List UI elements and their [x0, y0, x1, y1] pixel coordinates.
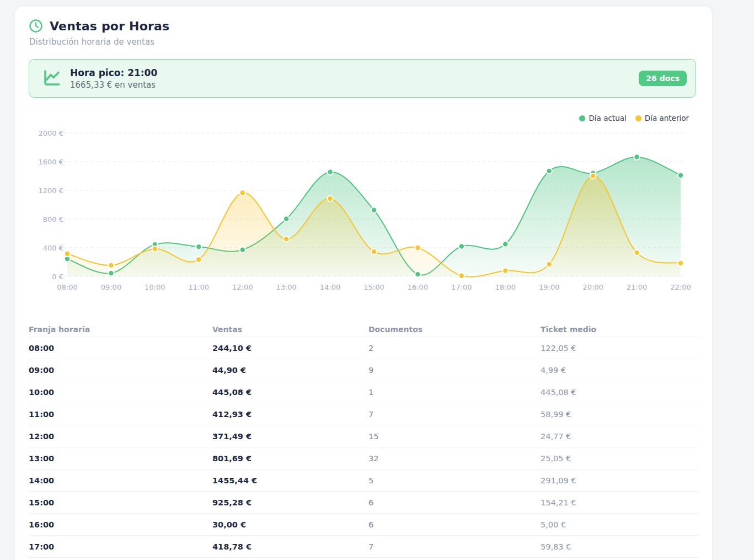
data-point-dia-actual-14:00[interactable] [327, 169, 333, 175]
cell-docs: 7 [368, 542, 541, 551]
cell-hora: 16:00 [29, 520, 212, 529]
cell-hora: 17:00 [29, 542, 212, 551]
data-point-dia-anterior-08:00[interactable] [65, 251, 70, 257]
cell-docs: 32 [368, 454, 541, 463]
data-point-dia-anterior-19:00[interactable] [547, 262, 552, 267]
x-axis-tick-label: 19:00 [539, 283, 559, 291]
table-row: 10:00445,08 €1445,08 € [29, 381, 698, 403]
cell-hora: 11:00 [29, 410, 212, 419]
data-point-dia-anterior-18:00[interactable] [502, 268, 508, 273]
cell-ticket: 291,09 € [541, 476, 698, 485]
legend-dot [579, 115, 585, 121]
line-chart-icon [41, 68, 62, 89]
data-point-dia-actual-18:00[interactable] [502, 241, 508, 247]
data-point-dia-anterior-09:00[interactable] [108, 263, 114, 268]
cell-ventas: 801,69 € [212, 454, 368, 463]
table-row: 16:0030,00 €65,00 € [29, 514, 698, 536]
data-point-dia-actual-12:00[interactable] [240, 247, 245, 253]
data-point-dia-anterior-12:00[interactable] [240, 190, 245, 195]
data-point-dia-actual-09:00[interactable] [108, 270, 114, 276]
peak-hour-sales: 1665,33 € en ventas [70, 80, 639, 90]
data-point-dia-actual-19:00[interactable] [547, 168, 552, 174]
clock-icon [29, 19, 43, 33]
data-point-dia-actual-22:00[interactable] [678, 173, 683, 178]
cell-ticket: 58,99 € [541, 410, 698, 419]
data-point-dia-actual-17:00[interactable] [459, 243, 464, 249]
x-axis-tick-label: 15:00 [363, 283, 384, 291]
table-row: 14:001455,44 €5291,09 € [29, 470, 698, 492]
x-axis-tick-label: 13:00 [276, 283, 296, 291]
col-header-documentos: Documentos [368, 325, 541, 334]
data-point-dia-anterior-21:00[interactable] [634, 250, 639, 255]
cell-ticket: 122,05 € [541, 344, 698, 353]
legend-item-dia-anterior[interactable]: Día anterior [635, 114, 689, 122]
y-axis-tick-label: 400 € [43, 244, 63, 252]
x-axis-tick-label: 18:00 [495, 283, 516, 291]
cell-ticket: 59,83 € [541, 542, 698, 551]
data-point-dia-anterior-16:00[interactable] [415, 245, 420, 250]
x-axis-tick-label: 22:00 [670, 283, 691, 291]
cell-ventas: 1455,44 € [212, 476, 368, 485]
cell-docs: 5 [368, 476, 541, 485]
cell-hora: 12:00 [29, 432, 212, 441]
data-point-dia-anterior-14:00[interactable] [327, 196, 333, 201]
cell-ventas: 244,10 € [212, 344, 368, 353]
table-row: 12:00371,49 €1524,77 € [29, 425, 698, 447]
chart-canvas[interactable]: 0 €400 €800 €1200 €1600 €2000 €08:0009:0… [15, 106, 712, 305]
cell-ticket: 24,77 € [541, 432, 698, 441]
cell-docs: 9 [368, 366, 541, 375]
data-point-dia-anterior-20:00[interactable] [590, 173, 596, 179]
cell-hora: 14:00 [29, 476, 212, 485]
data-point-dia-actual-15:00[interactable] [371, 207, 377, 213]
table-row: 11:00412,93 €758,99 € [29, 403, 698, 425]
table-header-row: Franja horaria Ventas Documentos Ticket … [29, 322, 698, 337]
y-axis-tick-label: 0 € [52, 273, 63, 281]
cell-hora: 08:00 [29, 344, 212, 353]
cell-ticket: 5,00 € [541, 520, 698, 529]
legend-item-dia-actual[interactable]: Día actual [579, 114, 626, 122]
x-axis-tick-label: 16:00 [408, 283, 428, 291]
cell-hora: 09:00 [29, 366, 212, 375]
x-axis-tick-label: 17:00 [451, 283, 472, 291]
x-axis-tick-label: 21:00 [627, 283, 647, 291]
cell-docs: 6 [368, 520, 541, 529]
page-subtitle: Distribución horaria de ventas [29, 37, 169, 47]
cell-ventas: 371,49 € [212, 432, 368, 441]
data-point-dia-anterior-22:00[interactable] [678, 260, 683, 266]
cell-ventas: 30,00 € [212, 520, 368, 529]
ventas-por-horas-card: Ventas por Horas Distribución horaria de… [15, 7, 712, 560]
col-header-ticket: Ticket medio [541, 325, 698, 334]
cell-docs: 15 [368, 432, 541, 441]
peak-hour-title: Hora pico: 21:00 [70, 67, 639, 78]
data-point-dia-anterior-11:00[interactable] [196, 257, 201, 262]
page-background: { "header": { "title": "Ventas por Horas… [0, 0, 754, 560]
data-point-dia-actual-21:00[interactable] [634, 154, 639, 159]
docs-count-badge: 26 docs [639, 71, 687, 86]
data-point-dia-anterior-15:00[interactable] [371, 249, 377, 254]
hourly-sales-table: Franja horaria Ventas Documentos Ticket … [29, 322, 698, 558]
legend-label: Día anterior [645, 114, 689, 122]
data-point-dia-anterior-13:00[interactable] [284, 236, 289, 242]
cell-ventas: 44,90 € [212, 366, 368, 375]
chart-legend: Día actualDía anterior [579, 114, 689, 122]
x-axis-tick-label: 10:00 [145, 283, 165, 291]
hourly-sales-chart[interactable]: 0 €400 €800 €1200 €1600 €2000 €08:0009:0… [15, 106, 712, 305]
cell-docs: 2 [368, 344, 541, 353]
table-row: 08:00244,10 €2122,05 € [29, 337, 698, 359]
cell-hora: 13:00 [29, 454, 212, 463]
legend-label: Día actual [589, 114, 626, 122]
data-point-dia-actual-13:00[interactable] [284, 216, 289, 222]
data-point-dia-anterior-17:00[interactable] [459, 273, 464, 279]
data-point-dia-anterior-10:00[interactable] [152, 246, 158, 252]
cell-ventas: 445,08 € [212, 388, 368, 397]
data-point-dia-actual-16:00[interactable] [415, 271, 420, 277]
banner-texts: Hora pico: 21:00 1665,33 € en ventas [70, 67, 639, 90]
y-axis-tick-label: 800 € [43, 215, 63, 223]
x-axis-tick-label: 08:00 [57, 283, 77, 291]
table-row: 15:00925,28 €6154,21 € [29, 492, 698, 514]
cell-ticket: 154,21 € [541, 498, 698, 507]
cell-hora: 15:00 [29, 498, 212, 507]
page-title: Ventas por Horas [50, 19, 169, 33]
cell-docs: 7 [368, 410, 541, 419]
data-point-dia-actual-11:00[interactable] [196, 244, 201, 249]
